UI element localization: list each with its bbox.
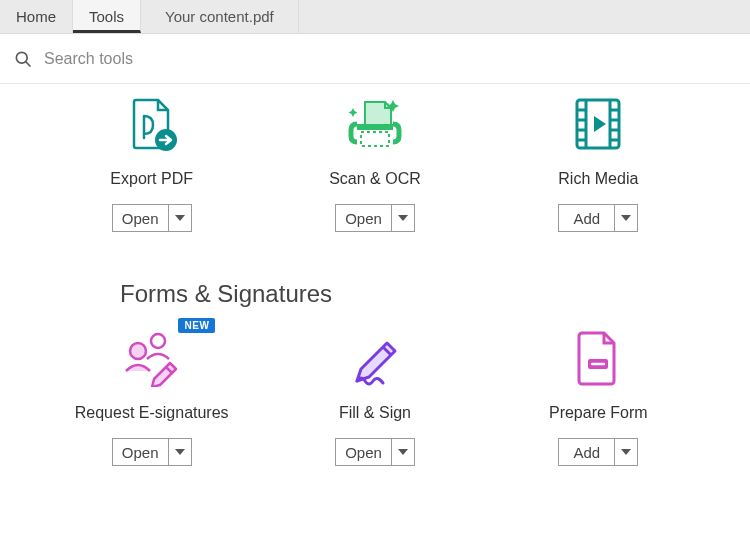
- add-button[interactable]: Add: [558, 438, 614, 466]
- add-button[interactable]: Add: [558, 204, 614, 232]
- add-dropdown-button[interactable]: [614, 438, 638, 466]
- chevron-down-icon: [175, 215, 185, 221]
- tool-export-pdf[interactable]: Export PDF Open: [40, 84, 263, 232]
- tab-home[interactable]: Home: [0, 0, 73, 33]
- chevron-down-icon: [621, 215, 631, 221]
- chevron-down-icon: [398, 215, 408, 221]
- fill-sign-icon: [347, 322, 403, 394]
- chevron-down-icon: [621, 449, 631, 455]
- open-button[interactable]: Open: [335, 204, 391, 232]
- search-input[interactable]: [42, 49, 342, 69]
- tool-prepare-form[interactable]: Prepare Form Add: [487, 318, 710, 466]
- open-dropdown-button[interactable]: [391, 204, 415, 232]
- open-dropdown-button[interactable]: [168, 438, 192, 466]
- section-forms-signatures: Forms & Signatures: [0, 242, 750, 318]
- svg-point-16: [151, 334, 165, 348]
- scan-ocr-icon: [343, 88, 407, 160]
- tool-request-esignatures[interactable]: NEW Request E-signatures Open: [40, 318, 263, 466]
- open-dropdown-button[interactable]: [391, 438, 415, 466]
- tool-label: Rich Media: [558, 170, 638, 188]
- new-badge: NEW: [178, 318, 215, 333]
- export-pdf-icon: [124, 88, 180, 160]
- tool-label: Scan & OCR: [329, 170, 421, 188]
- tool-label: Export PDF: [110, 170, 193, 188]
- search-icon: [10, 46, 36, 72]
- svg-point-0: [16, 52, 27, 63]
- svg-rect-4: [361, 132, 389, 146]
- svg-rect-3: [357, 124, 393, 130]
- rich-media-icon: [573, 88, 623, 160]
- tool-scan-ocr[interactable]: Scan & OCR Open: [263, 84, 486, 232]
- prepare-form-icon: [574, 322, 622, 394]
- open-button[interactable]: Open: [112, 204, 168, 232]
- request-esignatures-icon: [120, 322, 184, 394]
- svg-point-17: [130, 343, 146, 359]
- tool-rich-media[interactable]: Rich Media Add: [487, 84, 710, 232]
- open-button[interactable]: Open: [335, 438, 391, 466]
- chevron-down-icon: [398, 449, 408, 455]
- tab-tools[interactable]: Tools: [73, 0, 141, 33]
- tool-label: Request E-signatures: [75, 404, 229, 422]
- tools-content: Export PDF Open: [0, 84, 750, 556]
- tab-bar: Home Tools Your content.pdf: [0, 0, 750, 34]
- tool-label: Prepare Form: [549, 404, 648, 422]
- tool-fill-sign[interactable]: Fill & Sign Open: [263, 318, 486, 466]
- svg-line-1: [26, 61, 31, 66]
- tab-document[interactable]: Your content.pdf: [141, 0, 299, 33]
- tool-label: Fill & Sign: [339, 404, 411, 422]
- search-bar: [0, 34, 750, 84]
- open-dropdown-button[interactable]: [168, 204, 192, 232]
- open-button[interactable]: Open: [112, 438, 168, 466]
- chevron-down-icon: [175, 449, 185, 455]
- add-dropdown-button[interactable]: [614, 204, 638, 232]
